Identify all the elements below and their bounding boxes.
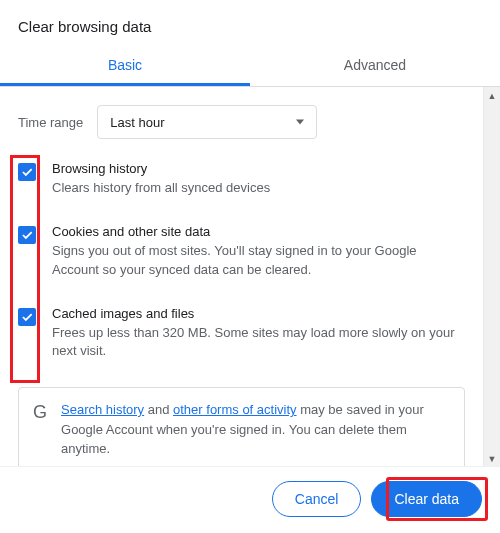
option-cached: Cached images and files Frees up less th… — [18, 306, 465, 362]
search-history-link[interactable]: Search history — [61, 402, 144, 417]
chevron-down-icon — [296, 120, 304, 125]
check-icon — [20, 310, 34, 324]
scrollbar[interactable]: ▲ ▼ — [483, 87, 500, 467]
tab-basic[interactable]: Basic — [0, 45, 250, 86]
content: Time range Last hour Browsing history Cl… — [0, 87, 483, 467]
option-title: Cached images and files — [52, 306, 465, 321]
content-wrap: Time range Last hour Browsing history Cl… — [0, 87, 500, 467]
info-text-sep: and — [144, 402, 173, 417]
checkbox-browsing-history[interactable] — [18, 163, 36, 181]
time-range-label: Time range — [18, 115, 83, 130]
other-activity-link[interactable]: other forms of activity — [173, 402, 297, 417]
option-title: Browsing history — [52, 161, 465, 176]
check-icon — [20, 165, 34, 179]
google-g-icon: G — [33, 400, 47, 423]
option-desc: Clears history from all synced devices — [52, 179, 465, 198]
google-account-info: G Search history and other forms of acti… — [18, 387, 465, 467]
option-text: Cached images and files Frees up less th… — [52, 306, 465, 362]
option-text: Cookies and other site data Signs you ou… — [52, 224, 465, 280]
option-desc: Signs you out of most sites. You'll stay… — [52, 242, 465, 280]
scroll-down-icon[interactable]: ▼ — [484, 450, 500, 467]
option-browsing-history: Browsing history Clears history from all… — [18, 161, 465, 198]
option-text: Browsing history Clears history from all… — [52, 161, 465, 198]
option-desc: Frees up less than 320 MB. Some sites ma… — [52, 324, 465, 362]
time-range-row: Time range Last hour — [18, 105, 465, 139]
dialog-title: Clear browsing data — [0, 0, 500, 45]
dialog-footer: Cancel Clear data — [0, 466, 500, 533]
time-range-value: Last hour — [110, 115, 164, 130]
clear-data-button[interactable]: Clear data — [371, 481, 482, 517]
cancel-button[interactable]: Cancel — [272, 481, 362, 517]
checkbox-cookies[interactable] — [18, 226, 36, 244]
tab-advanced[interactable]: Advanced — [250, 45, 500, 86]
tabs: Basic Advanced — [0, 45, 500, 87]
checkbox-cached[interactable] — [18, 308, 36, 326]
time-range-select[interactable]: Last hour — [97, 105, 317, 139]
option-cookies: Cookies and other site data Signs you ou… — [18, 224, 465, 280]
clear-browsing-data-dialog: Clear browsing data Basic Advanced Time … — [0, 0, 500, 533]
option-title: Cookies and other site data — [52, 224, 465, 239]
info-text: Search history and other forms of activi… — [61, 400, 450, 459]
scroll-up-icon[interactable]: ▲ — [484, 87, 500, 104]
check-icon — [20, 228, 34, 242]
